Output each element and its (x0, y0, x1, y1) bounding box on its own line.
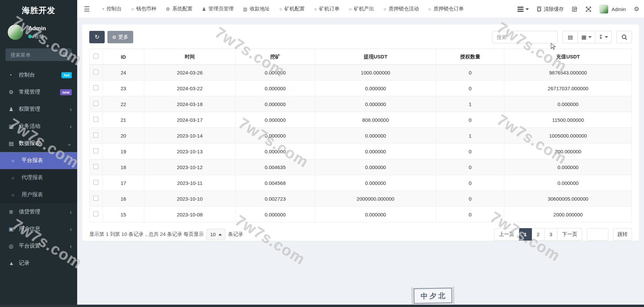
table-cell: 2023-10-12 (144, 159, 235, 175)
sidebar-item-console[interactable]: ◔控制台hot (0, 66, 77, 84)
navbar-tab-miner-config[interactable]: ○矿机配置 (279, 6, 304, 12)
circle-icon: ○ (11, 175, 21, 181)
export-button[interactable]: ↧ (595, 31, 612, 43)
table-cell: 19 (102, 144, 144, 159)
sidebar-item-agent-report[interactable]: ○代理报表 (0, 169, 77, 186)
sidebar-item-permission-manage[interactable]: ♟权限管理‹ (0, 101, 77, 118)
navbar-tab-label: 矿机产出 (354, 6, 374, 12)
page-button-3[interactable]: 3 (545, 228, 557, 241)
caret-down-icon (526, 8, 529, 10)
jump-button[interactable]: 跳转 (613, 228, 632, 241)
row-checkbox[interactable] (93, 85, 98, 90)
navbar-tabs: ◔控制台○钱包币种⚙系统配置♟管理员管理▥收款地址○矿机配置○矿机订单○矿机产出… (97, 6, 468, 12)
circle-icon: ○ (384, 6, 386, 12)
content-card: ↻ ⚙ 更多 ▤ ▦ ↧ ID时间挖矿提现USDT授权数量充值USDT 2420… (82, 24, 639, 241)
table-cell: 200.000000 (504, 144, 632, 159)
row-checkbox[interactable] (93, 148, 98, 153)
jump-page-input[interactable] (587, 228, 608, 241)
area-chart-icon: ▲ (9, 260, 19, 266)
search-toggle-button[interactable] (616, 31, 632, 43)
user-status: 在线 (28, 34, 46, 40)
row-checkbox[interactable] (93, 180, 98, 185)
row-checkbox[interactable] (93, 117, 98, 122)
navbar-tab-wallet-coins[interactable]: ○钱包币种 (131, 6, 156, 12)
sidebar-item-user-report[interactable]: ○用户报表 (0, 186, 77, 203)
sidebar-item-label: 权限管理 (19, 106, 70, 113)
sidebar-item-platform-settings[interactable]: ◎平台设置‹ (0, 238, 77, 255)
table-menu-dropdown[interactable] (517, 6, 529, 13)
table-cell: 20 (102, 128, 144, 144)
navbar-tab-miner-orders[interactable]: ○矿机订单 (314, 6, 339, 12)
sidebar-menu: ◔控制台hot⚙常规管理new♟权限管理‹▥业务活动‹▤数据报表⌄○平台报表○代… (0, 66, 77, 272)
table-cell: 0.000000 (315, 81, 436, 96)
row-checkbox[interactable] (93, 196, 98, 201)
gear-icon: ⚙ (112, 35, 116, 40)
more-button[interactable]: ⚙ 更多 (107, 31, 133, 43)
circle-icon: ○ (314, 6, 317, 12)
page-button-2[interactable]: 2 (532, 228, 545, 241)
row-checkbox[interactable] (93, 211, 98, 216)
clear-cache-button[interactable]: 清除缓存 (537, 6, 564, 12)
row-checkbox[interactable] (93, 164, 98, 169)
sidebar-item-label: 控制台 (19, 71, 61, 79)
view-grid-icon: ▦ (581, 34, 586, 40)
sidebar-item-user-info[interactable]: ▣用户信息‹ (0, 220, 77, 238)
row-checkbox[interactable] (93, 101, 98, 106)
page-size-select[interactable]: 10 (206, 229, 226, 240)
table-cell: 15 (102, 207, 144, 222)
row-checkbox[interactable] (93, 133, 98, 138)
navbar-tab-admin-manage[interactable]: ♟管理员管理 (202, 6, 234, 12)
prev-page-button[interactable]: 上一页 (494, 228, 519, 241)
row-checkbox-cell (90, 128, 103, 144)
next-page-button[interactable]: 下一页 (557, 228, 582, 241)
circle-icon: ○ (349, 6, 351, 12)
table-search-input[interactable] (492, 31, 558, 43)
navbar-tab-payment-address[interactable]: ▥收款地址 (243, 6, 270, 12)
trash-icon (537, 7, 541, 11)
circle-icon: ○ (131, 6, 134, 12)
columns-button[interactable]: ▦ (578, 31, 595, 43)
page-button-1[interactable]: 1 (519, 228, 532, 241)
sidebar-item-loan-manage[interactable]: ≣借贷管理‹ (0, 203, 77, 220)
table-row: 212024-03-170.000000808.000000011500.000… (90, 112, 632, 128)
sidebar-item-general-manage[interactable]: ⚙常规管理new (0, 84, 77, 101)
sidebar-item-business-activity[interactable]: ▥业务活动‹ (0, 118, 77, 135)
navbar-tab-miner-output[interactable]: ○矿机产出 (349, 6, 374, 12)
table-cell: 0.002723 (235, 191, 315, 207)
translate-icon[interactable] (572, 6, 578, 12)
table-cell: 0.000000 (315, 207, 436, 222)
gear-icon: ⚙ (166, 6, 170, 12)
table-cell: 2023-10-14 (144, 128, 235, 144)
row-checkbox-cell (90, 112, 103, 128)
refresh-button[interactable]: ↻ (89, 31, 105, 43)
select-all-checkbox[interactable] (93, 54, 98, 59)
row-checkbox[interactable] (93, 69, 98, 74)
sidebar-item-platform-report[interactable]: ○平台报表 (0, 152, 77, 169)
sidebar-item-data-reports[interactable]: ▤数据报表⌄ (0, 135, 77, 152)
hamburger-icon[interactable]: ☰ (77, 5, 97, 13)
table-cell: 18 (102, 159, 144, 175)
admin-menu[interactable]: Admin (599, 5, 626, 14)
table-cell: 11500.000000 (504, 112, 632, 128)
sidebar-item-label: 代理报表 (21, 174, 72, 181)
navbar-tab-console[interactable]: ◔控制台 (101, 6, 121, 12)
fullscreen-icon[interactable] (586, 6, 591, 12)
sidebar-item-records[interactable]: ▲记录‹ (0, 255, 77, 272)
avatar (599, 5, 608, 14)
table-cell: 2024-03-18 (144, 96, 235, 112)
id-card-icon: ▥ (9, 123, 19, 130)
navbar-tab-pledge-activity[interactable]: ○质押锁仓活动 (384, 6, 419, 12)
navbar-tab-label: 质押锁仓订单 (434, 6, 464, 12)
detail-view-button[interactable]: ▤ (562, 31, 578, 43)
column-header: 挖矿 (235, 49, 315, 65)
table-cell: 0 (436, 159, 504, 175)
navbar-tab-label: 管理员管理 (208, 6, 234, 12)
navbar-tab-system-config[interactable]: ⚙系统配置 (166, 6, 193, 12)
settings-gear-icon[interactable]: ⚙ (634, 5, 639, 13)
sidebar-search-input[interactable] (5, 48, 72, 61)
caret-up-icon (218, 234, 222, 236)
chevron-left-icon: ‹ (70, 209, 72, 215)
table-cell: 0.000000 (315, 159, 436, 175)
refresh-icon: ↻ (95, 34, 99, 41)
navbar-tab-pledge-orders[interactable]: ○质押锁仓订单 (428, 6, 463, 12)
